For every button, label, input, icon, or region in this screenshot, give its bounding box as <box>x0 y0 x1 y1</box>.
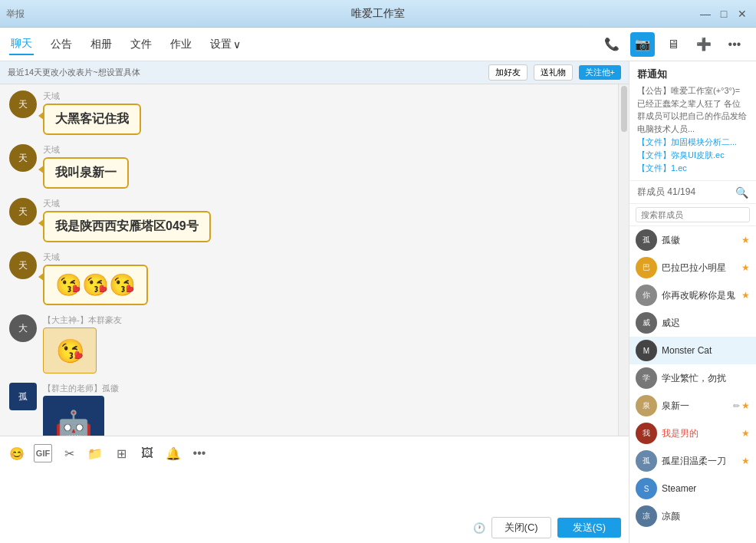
nav-album[interactable]: 相册 <box>89 35 113 54</box>
table-row: 天 天域 我是陕西西安雁塔区049号 <box>9 198 609 242</box>
member-name: Steamer <box>662 483 745 494</box>
chat-input[interactable] <box>8 466 621 512</box>
sticker-image: 🤖 <box>43 396 104 436</box>
capture-icon[interactable]: ⊞ <box>112 444 130 462</box>
close-chat-button[interactable]: 关闭(C) <box>491 517 551 538</box>
file-item-2[interactable]: 【文件】弥臭UI皮肤.ec <box>637 150 748 161</box>
bell-icon[interactable]: 🔔 <box>164 444 182 462</box>
message-sender: 天域 <box>43 252 148 263</box>
table-row: 天 天域 大黑客记住我 <box>9 90 609 135</box>
file-item-3[interactable]: 【文件】1.ec <box>637 163 748 174</box>
avatar: 你 <box>636 285 657 306</box>
avatar: 威 <box>636 312 657 334</box>
more-options-icon[interactable]: ••• <box>722 32 747 57</box>
chat-toolbar: 😊 GIF ✂ 📁 ⊞ 🖼 🔔 ••• <box>8 441 621 466</box>
member-name: 巴拉巴拉小明星 <box>662 262 737 275</box>
add-friend-button[interactable]: 加好友 <box>488 64 528 81</box>
window-controls: — □ ✕ <box>698 6 750 21</box>
chat-top-bar: 最近14天更改小改表片~想设置具体 加好友 送礼物 关注他+ <box>0 61 629 84</box>
follow-button[interactable]: 关注他+ <box>579 65 621 80</box>
members-header: 群成员 41/194 🔍 <box>629 181 756 204</box>
member-icons: ★ <box>741 262 750 273</box>
bubble-corner <box>38 111 44 120</box>
history-icon[interactable]: 🕐 <box>473 522 485 534</box>
chat-main-wrap: 天 天域 大黑客记住我 天 <box>0 84 629 436</box>
gift-button[interactable]: 送礼物 <box>534 64 573 81</box>
maximize-button[interactable]: □ <box>716 6 731 21</box>
avatar: 天 <box>9 144 37 172</box>
message-content: 天域 我是陕西西安雁塔区049号 <box>43 198 211 242</box>
gif-button[interactable]: GIF <box>34 444 52 462</box>
message-sender: 天域 <box>43 90 141 102</box>
list-item[interactable]: 孤 孤徽 ★ <box>629 226 756 254</box>
nav-chat[interactable]: 聊天 <box>9 34 34 55</box>
chat-area: 最近14天更改小改表片~想设置具体 加好友 送礼物 关注他+ 天 <box>0 61 629 543</box>
folder-icon[interactable]: 📁 <box>86 444 104 462</box>
table-row: 天 天域 😘😘😘 <box>9 252 609 305</box>
message-sender: 天域 <box>43 198 211 209</box>
messages-container: 天 天域 大黑客记住我 天 <box>0 84 618 436</box>
members-list: 孤 孤徽 ★ 巴 巴拉巴拉小明星 ★ 你 <box>629 226 756 543</box>
nav-homework[interactable]: 作业 <box>169 35 193 54</box>
nav-announcement[interactable]: 公告 <box>49 35 74 54</box>
member-icons: ★ <box>741 456 750 466</box>
chevron-down-icon: ∨ <box>233 38 241 51</box>
phone-call-icon[interactable]: 📞 <box>600 32 624 57</box>
list-item[interactable]: S Steamer <box>629 475 756 502</box>
image-icon[interactable]: 🖼 <box>138 444 156 462</box>
add-member-icon[interactable]: ➕ <box>692 32 716 57</box>
close-button[interactable]: ✕ <box>735 6 750 21</box>
star-icon: ★ <box>741 400 750 411</box>
list-item[interactable]: 泉 泉新一 ✏ ★ <box>629 392 756 420</box>
bubble-corner <box>38 272 44 281</box>
video-call-icon[interactable]: 📷 <box>630 32 655 57</box>
members-count: 群成员 41/194 <box>637 186 695 199</box>
content-area: 最近14天更改小改表片~想设置具体 加好友 送礼物 关注他+ 天 <box>0 61 756 543</box>
avatar: 天 <box>9 198 37 225</box>
bubble-corner <box>38 165 44 174</box>
minimize-button[interactable]: — <box>698 6 713 21</box>
nav-file[interactable]: 文件 <box>129 35 153 54</box>
message-content: 【群主的老师】孤徽 🤖 <box>43 383 119 436</box>
screen-share-icon[interactable]: 🖥 <box>661 32 685 57</box>
member-name: 我是男的 <box>662 427 737 440</box>
list-item[interactable]: 孤 孤星泪温柔一刀 ★ <box>629 447 756 475</box>
avatar: 天 <box>9 90 37 118</box>
avatar: 凉 <box>636 505 657 527</box>
report-button[interactable]: 举报 <box>6 7 25 20</box>
avatar: S <box>636 478 657 499</box>
file-item-1[interactable]: 【文件】加固模块分析二... <box>637 137 748 148</box>
avatar: 孤 <box>9 383 37 410</box>
message-bubble: 我叫泉新一 <box>43 157 129 189</box>
member-icons: ★ <box>741 428 750 439</box>
list-item[interactable]: 你 你再改昵称你是鬼 ★ <box>629 281 756 309</box>
nav-bar: 聊天 公告 相册 文件 作业 设置 ∨ 📞 📷 🖥 ➕ ••• <box>0 28 756 61</box>
avatar: 我 <box>636 423 657 444</box>
avatar: 大 <box>9 314 37 342</box>
scroll-bar[interactable] <box>618 84 629 436</box>
scissors-icon[interactable]: ✂ <box>60 444 78 462</box>
list-item[interactable]: 学 学业繁忙，勿扰 <box>629 364 756 392</box>
pencil-icon: ✏ <box>733 401 740 411</box>
list-item[interactable]: 巴 巴拉巴拉小明星 ★ <box>629 254 756 281</box>
search-members-icon[interactable]: 🔍 <box>735 186 748 199</box>
list-item[interactable]: 威 威迟 <box>629 309 756 337</box>
list-item[interactable]: 我 我是男的 ★ <box>629 420 756 447</box>
chat-top-actions: 加好友 送礼物 关注他+ <box>488 64 621 81</box>
search-members-input[interactable] <box>636 207 750 222</box>
scroll-thumb[interactable] <box>621 86 627 132</box>
list-item[interactable]: 凉 凉颜 <box>629 502 756 530</box>
member-name: 你再改昵称你是鬼 <box>662 289 737 302</box>
search-members-box <box>629 204 756 226</box>
message-bubble: 我是陕西西安雁塔区049号 <box>43 211 211 242</box>
send-button[interactable]: 发送(S) <box>557 518 621 538</box>
list-item[interactable]: M Monster Cat <box>629 337 756 364</box>
emoji-button[interactable]: 😊 <box>8 444 26 462</box>
avatar: 巴 <box>636 257 657 278</box>
sticker-image: 😘 <box>43 327 97 374</box>
group-notice-title: 群通知 <box>637 67 748 81</box>
member-icons: ✏ ★ <box>733 400 750 411</box>
nav-settings[interactable]: 设置 ∨ <box>209 35 242 54</box>
more-toolbar-icon[interactable]: ••• <box>190 444 209 462</box>
avatar: 泉 <box>636 395 657 416</box>
